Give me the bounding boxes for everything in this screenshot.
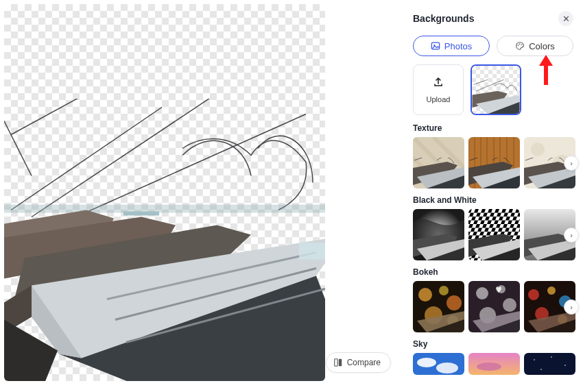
bw-row: › bbox=[413, 209, 573, 260]
sky-thumb-1[interactable] bbox=[413, 353, 464, 375]
texture-next-button[interactable]: › bbox=[564, 156, 579, 171]
svg-rect-4 bbox=[123, 211, 159, 215]
svg-point-18 bbox=[518, 45, 519, 46]
sky-thumb-3[interactable] bbox=[524, 353, 575, 375]
close-button[interactable]: ✕ bbox=[558, 11, 573, 26]
chevron-right-icon: › bbox=[570, 303, 573, 311]
svg-point-85 bbox=[417, 358, 436, 367]
texture-row: › bbox=[413, 137, 573, 188]
svg-rect-0 bbox=[4, 204, 325, 212]
bokeh-thumb-1[interactable] bbox=[413, 281, 464, 332]
thumb-checker bbox=[472, 66, 520, 114]
bw-thumb-1[interactable] bbox=[413, 209, 464, 260]
svg-point-78 bbox=[547, 286, 556, 295]
section-sky: Sky bbox=[413, 339, 573, 375]
section-bw-title: Black and White bbox=[413, 195, 573, 205]
canvas-checkerboard[interactable] bbox=[4, 4, 325, 381]
texture-thumb-2[interactable] bbox=[468, 137, 520, 188]
svg-point-92 bbox=[564, 365, 566, 366]
compare-button[interactable]: Compare bbox=[326, 352, 391, 373]
chevron-right-icon: › bbox=[570, 231, 573, 239]
sidebar-header: Backgrounds ✕ bbox=[413, 11, 573, 26]
svg-marker-94 bbox=[539, 55, 553, 85]
bokeh-row: › bbox=[413, 281, 573, 332]
current-image-thumb[interactable] bbox=[471, 64, 521, 115]
svg-point-86 bbox=[436, 363, 458, 373]
sidebar-title: Backgrounds bbox=[413, 13, 474, 24]
bokeh-thumb-2[interactable] bbox=[468, 281, 520, 332]
bw-next-button[interactable]: › bbox=[564, 228, 579, 243]
upload-card[interactable]: Upload bbox=[413, 64, 464, 115]
svg-rect-15 bbox=[339, 359, 342, 367]
section-texture: Texture › bbox=[413, 123, 573, 188]
compare-label: Compare bbox=[347, 358, 381, 367]
svg-point-91 bbox=[551, 356, 552, 358]
tab-photos[interactable]: Photos bbox=[413, 36, 490, 56]
svg-point-90 bbox=[534, 359, 535, 360]
sky-thumb-2[interactable] bbox=[468, 353, 520, 375]
compare-icon bbox=[333, 358, 343, 367]
tab-colors[interactable]: Colors bbox=[497, 36, 573, 56]
svg-point-77 bbox=[528, 289, 539, 300]
canvas-area: Compare bbox=[0, 0, 403, 392]
svg-rect-89 bbox=[524, 353, 575, 375]
svg-point-41 bbox=[531, 143, 545, 156]
svg-point-19 bbox=[519, 44, 521, 45]
close-icon: ✕ bbox=[562, 14, 570, 24]
svg-point-93 bbox=[540, 369, 542, 370]
section-bokeh: Bokeh › bbox=[413, 267, 573, 332]
svg-point-70 bbox=[476, 287, 488, 299]
svg-point-63 bbox=[439, 286, 449, 295]
chevron-right-icon: › bbox=[570, 159, 573, 167]
palette-icon bbox=[515, 41, 525, 51]
photos-icon bbox=[431, 41, 440, 51]
section-bokeh-title: Bokeh bbox=[413, 267, 573, 277]
section-sky-title: Sky bbox=[413, 339, 573, 349]
section-bw: Black and White › bbox=[413, 195, 573, 260]
bw-thumb-2[interactable] bbox=[468, 209, 520, 260]
upload-icon bbox=[433, 76, 444, 90]
svg-point-20 bbox=[521, 44, 523, 45]
svg-rect-11 bbox=[299, 243, 325, 259]
texture-thumb-1[interactable] bbox=[413, 137, 464, 188]
tab-row: Photos Colors bbox=[413, 36, 573, 56]
svg-point-62 bbox=[418, 288, 432, 302]
sidebar: Backgrounds ✕ Photos Colors Upload bbox=[403, 0, 583, 392]
svg-point-88 bbox=[477, 363, 501, 371]
svg-rect-14 bbox=[334, 359, 337, 367]
annotation-arrow bbox=[539, 55, 553, 85]
tab-photos-label: Photos bbox=[444, 41, 472, 51]
bokeh-next-button[interactable]: › bbox=[564, 299, 579, 315]
section-texture-title: Texture bbox=[413, 123, 573, 133]
sky-row bbox=[413, 353, 573, 375]
subject-image bbox=[4, 99, 325, 382]
upload-label: Upload bbox=[427, 95, 451, 103]
tab-colors-label: Colors bbox=[529, 41, 555, 51]
